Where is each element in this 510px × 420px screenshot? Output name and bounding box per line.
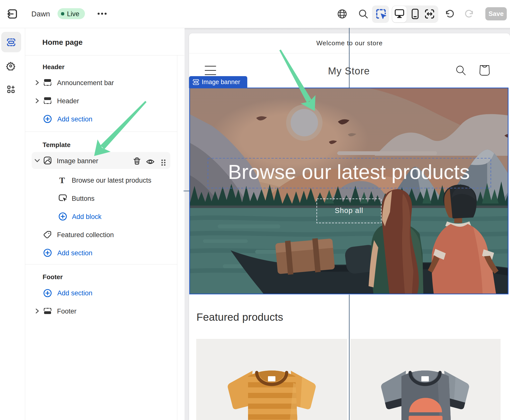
svg-text:T: T: [59, 176, 65, 185]
